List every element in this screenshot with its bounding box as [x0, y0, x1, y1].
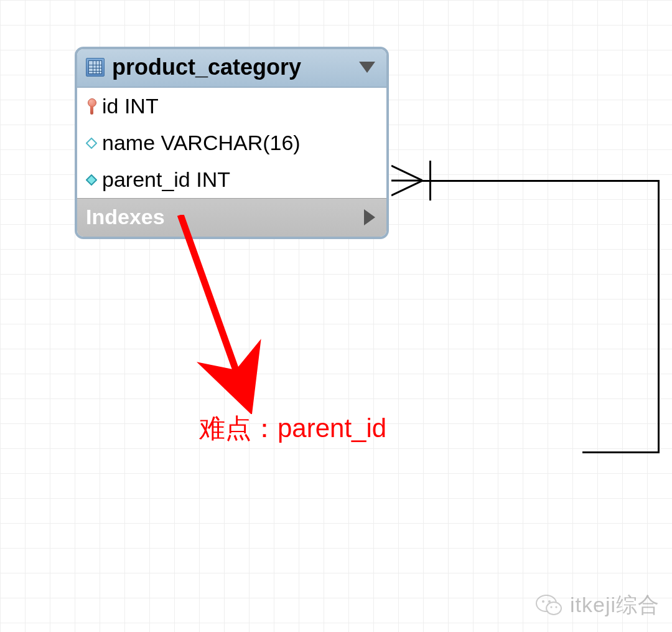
column-label: name VARCHAR(16)	[102, 131, 301, 155]
collapse-icon[interactable]	[359, 62, 375, 73]
primary-key-icon	[86, 98, 97, 115]
column-row[interactable]: id INT	[77, 88, 386, 125]
svg-point-8	[542, 600, 544, 603]
table-icon	[86, 58, 105, 77]
annotation-label: 难点：parent_id	[199, 411, 386, 446]
svg-point-7	[546, 602, 561, 615]
indexes-label: Indexes	[86, 205, 165, 229]
watermark: itkeji综合	[535, 591, 660, 620]
expand-icon[interactable]	[364, 209, 375, 225]
watermark-label: itkeji综合	[570, 591, 660, 620]
svg-line-2	[391, 166, 422, 181]
column-icon	[86, 174, 97, 186]
table-header[interactable]: product_category	[77, 49, 386, 88]
column-row[interactable]: name VARCHAR(16)	[77, 125, 386, 161]
relation-line	[658, 180, 660, 453]
table-product-category[interactable]: product_category id INT name VARCHAR(16)	[75, 47, 389, 239]
svg-point-11	[555, 606, 557, 608]
diagram-canvas: product_category id INT name VARCHAR(16)	[0, 0, 672, 632]
svg-point-10	[550, 606, 552, 608]
svg-marker-0	[86, 138, 96, 148]
table-columns: id INT name VARCHAR(16) parent_id INT	[77, 88, 386, 198]
column-label: parent_id INT	[102, 167, 230, 192]
column-row[interactable]: parent_id INT	[77, 161, 386, 198]
relation-line	[582, 451, 660, 453]
relation-line	[422, 180, 660, 182]
table-name-label: product_category	[112, 54, 352, 80]
wechat-icon	[535, 591, 564, 620]
column-label: id INT	[102, 94, 159, 118]
svg-line-4	[391, 181, 422, 196]
svg-marker-1	[86, 175, 96, 185]
relation-crowfoot-icon	[391, 163, 422, 200]
column-icon	[86, 138, 97, 149]
svg-point-9	[548, 600, 551, 603]
table-indexes-section[interactable]: Indexes	[77, 198, 386, 237]
